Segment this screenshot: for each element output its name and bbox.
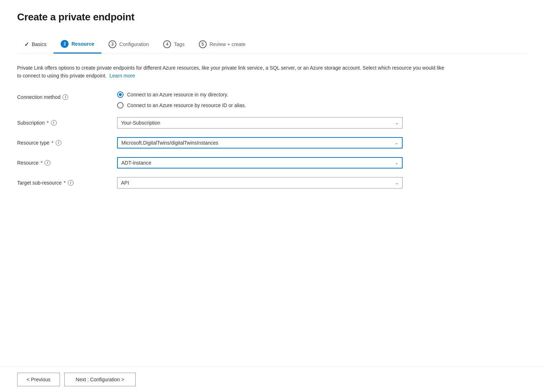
step-resource-label: Resource	[71, 41, 94, 47]
step-configuration-circle: 3	[109, 40, 116, 48]
subscription-control: Your-Subscription ⌄	[117, 117, 403, 129]
step-resource-circle: 2	[61, 40, 69, 48]
resource-type-required: *	[51, 140, 53, 146]
resource-type-label: Resource type * i	[17, 137, 117, 146]
step-tags-circle: 4	[163, 40, 171, 48]
subscription-dropdown[interactable]: Your-Subscription ⌄	[117, 117, 403, 129]
resource-required: *	[41, 160, 42, 166]
resource-control: ADT-instance ⌄	[117, 157, 403, 169]
previous-button[interactable]: < Previous	[17, 373, 60, 386]
resource-type-info-icon[interactable]: i	[56, 140, 61, 146]
target-sub-resource-required: *	[64, 180, 66, 186]
resource-type-row: Resource type * i Microsoft.DigitalTwins…	[17, 137, 527, 149]
resource-type-control: Microsoft.DigitalTwins/digitalTwinsInsta…	[117, 137, 403, 149]
target-sub-resource-label: Target sub-resource * i	[17, 177, 117, 186]
radio-directory-label: Connect to an Azure resource in my direc…	[127, 92, 228, 97]
step-resource[interactable]: 2 Resource	[54, 36, 101, 54]
bottom-bar: < Previous Next : Configuration >	[0, 367, 544, 392]
subscription-info-icon[interactable]: i	[51, 120, 57, 126]
resource-label: Resource * i	[17, 157, 117, 166]
step-review-circle: 5	[199, 40, 207, 48]
step-check-icon: ✓	[24, 41, 29, 48]
target-sub-resource-row: Target sub-resource * i API ⌄	[17, 177, 527, 189]
page-container: Create a private endpoint ✓ Basics 2 Res…	[0, 0, 544, 189]
resource-row: Resource * i ADT-instance ⌄	[17, 157, 527, 169]
resource-type-dropdown[interactable]: Microsoft.DigitalTwins/digitalTwinsInsta…	[117, 137, 403, 149]
resource-type-value: Microsoft.DigitalTwins/digitalTwinsInsta…	[121, 140, 395, 146]
target-sub-resource-control: API ⌄	[117, 177, 403, 189]
subscription-required: *	[47, 120, 49, 126]
resource-type-chevron-icon: ⌄	[395, 140, 398, 145]
subscription-chevron-icon: ⌄	[395, 120, 399, 125]
step-basics[interactable]: ✓ Basics	[17, 37, 54, 53]
form-section: Connection method i Connect to an Azure …	[17, 91, 527, 189]
subscription-value: Your-Subscription	[121, 120, 395, 126]
step-basics-label: Basics	[32, 41, 46, 47]
description-text: Private Link offers options to create pr…	[17, 64, 445, 80]
target-sub-resource-value: API	[121, 180, 395, 186]
radio-option-directory[interactable]: Connect to an Azure resource in my direc…	[117, 91, 403, 98]
learn-more-link[interactable]: Learn more	[109, 73, 135, 79]
subscription-row: Subscription * i Your-Subscription ⌄	[17, 117, 527, 129]
radio-resource-id-label: Connect to an Azure resource by resource…	[127, 102, 246, 108]
step-tags-label: Tags	[174, 41, 185, 47]
page-title: Create a private endpoint	[17, 11, 527, 23]
resource-value: ADT-instance	[121, 160, 395, 166]
subscription-label: Subscription * i	[17, 117, 117, 126]
connection-method-controls: Connect to an Azure resource in my direc…	[117, 91, 403, 109]
connection-method-row: Connection method i Connect to an Azure …	[17, 91, 527, 109]
resource-chevron-icon: ⌄	[395, 160, 398, 165]
resource-info-icon[interactable]: i	[45, 160, 50, 166]
step-review-label: Review + create	[210, 41, 246, 47]
radio-group: Connect to an Azure resource in my direc…	[117, 91, 403, 109]
radio-directory-input[interactable]	[117, 91, 124, 98]
step-review-create[interactable]: 5 Review + create	[192, 36, 253, 53]
step-configuration[interactable]: 3 Configuration	[101, 36, 156, 53]
radio-resource-id-input[interactable]	[117, 102, 124, 109]
connection-method-label: Connection method i	[17, 91, 117, 100]
wizard-steps: ✓ Basics 2 Resource 3 Configuration 4 Ta…	[17, 36, 527, 54]
connection-method-info-icon[interactable]: i	[62, 94, 68, 100]
next-button[interactable]: Next : Configuration >	[64, 373, 136, 386]
step-configuration-label: Configuration	[119, 41, 149, 47]
radio-option-resource-id[interactable]: Connect to an Azure resource by resource…	[117, 102, 403, 109]
resource-dropdown[interactable]: ADT-instance ⌄	[117, 157, 403, 169]
target-sub-resource-chevron-icon: ⌄	[395, 180, 399, 185]
step-tags[interactable]: 4 Tags	[156, 36, 192, 53]
target-sub-resource-dropdown[interactable]: API ⌄	[117, 177, 403, 189]
target-sub-resource-info-icon[interactable]: i	[68, 180, 74, 186]
